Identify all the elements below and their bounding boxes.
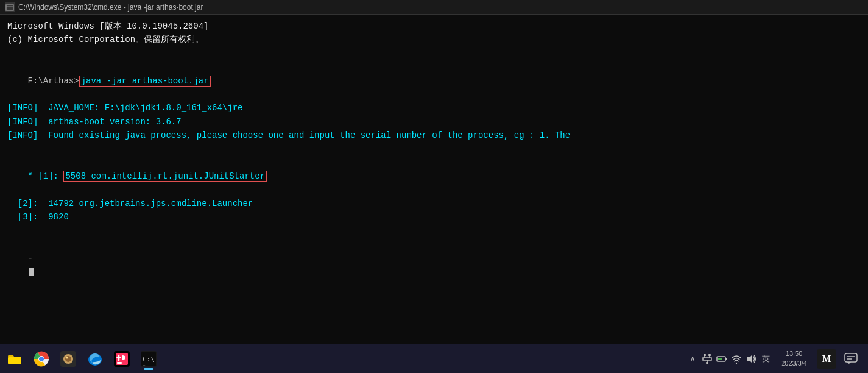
svg-point-5	[39, 357, 44, 361]
svg-point-28	[736, 362, 737, 363]
title-bar-icon	[5, 2, 15, 12]
terminal-line-3	[7, 47, 861, 60]
process-prefix: * [1]:	[28, 171, 64, 181]
taskbar-app-cmd[interactable]: C:\ _	[136, 347, 161, 371]
systray-network-icon[interactable]	[702, 353, 713, 364]
terminal-line-command: F:\Arthas>java -jar arthas-boot.jar	[7, 60, 861, 101]
systray-lang[interactable]: 英	[760, 353, 771, 364]
clock-date: 2023/3/4	[781, 359, 807, 368]
taskbar: C:\ _ ∧	[0, 344, 868, 373]
svg-rect-13	[117, 362, 122, 364]
terminal: Microsoft Windows [版本 10.0.19045.2604] (…	[0, 15, 868, 344]
svg-rect-18	[703, 358, 711, 360]
process-1-highlighted: 5508 com.intellij.rt.junit.JUnitStarter	[63, 171, 267, 182]
terminal-cursor-char: -	[28, 254, 33, 263]
terminal-cursor	[29, 268, 34, 276]
svg-point-8	[65, 356, 71, 362]
svg-rect-22	[708, 354, 711, 356]
systray-wifi-icon[interactable]	[731, 353, 742, 364]
terminal-line-7: [INFO] Found existing java process, plea…	[7, 129, 861, 142]
taskbar-systray: ∧	[687, 349, 866, 369]
clock[interactable]: 13:50 2023/3/4	[776, 349, 812, 368]
terminal-line-10: [2]: 14792 org.jetbrains.jps.cmdline.Lau…	[7, 197, 861, 210]
taskbar-app-edge[interactable]	[83, 347, 107, 371]
systray-volume-icon[interactable]	[746, 353, 757, 364]
systray-chevron[interactable]: ∧	[687, 353, 698, 364]
taskbar-app-file-explorer[interactable]	[2, 347, 27, 371]
taskbar-app-intellij[interactable]	[110, 347, 134, 371]
terminal-line-12	[7, 224, 861, 238]
terminal-line-process: * [1]: 5508 com.intellij.rt.junit.JUnitS…	[7, 156, 861, 197]
systray-battery-icon[interactable]	[716, 353, 727, 364]
systray-icons: ∧	[687, 353, 771, 364]
svg-rect-2	[8, 357, 21, 364]
terminal-line-6: [INFO] arthas-boot version: 3.6.7	[7, 115, 861, 129]
title-bar: C:\Windows\System32\cmd.exe - java -jar …	[0, 0, 868, 15]
terminal-line-5: [INFO] JAVA_HOME: F:\jdk\jdk1.8.0_161_x6…	[7, 101, 861, 115]
taskbar-notification-icon[interactable]	[841, 349, 861, 369]
command-highlighted: java -jar arthas-boot.jar	[79, 76, 211, 87]
brand-letter: M	[822, 353, 831, 364]
svg-rect-21	[704, 354, 706, 356]
svg-marker-29	[747, 355, 752, 363]
svg-rect-0	[6, 5, 13, 10]
taskbar-app-chrome[interactable]	[29, 347, 54, 371]
title-bar-text: C:\Windows\System32\cmd.exe - java -jar …	[18, 3, 203, 12]
terminal-line-2: (c) Microsoft Corporation。保留所有权利。	[7, 33, 861, 46]
svg-rect-26	[725, 358, 727, 360]
svg-rect-27	[718, 358, 722, 360]
prompt: F:\Arthas>	[28, 76, 79, 86]
terminal-line-1: Microsoft Windows [版本 10.0.19045.2604]	[7, 20, 861, 33]
terminal-line-8	[7, 143, 861, 156]
taskbar-app-3[interactable]	[56, 347, 80, 371]
svg-rect-24	[706, 362, 708, 364]
terminal-cursor-line: -	[7, 238, 861, 293]
svg-point-9	[66, 357, 68, 358]
svg-rect-30	[845, 353, 857, 362]
taskbar-apps: C:\ _	[2, 347, 687, 371]
clock-time: 13:50	[781, 349, 807, 358]
taskbar-brand-icon[interactable]: M	[817, 349, 836, 369]
terminal-line-11: [3]: 9820	[7, 210, 861, 224]
